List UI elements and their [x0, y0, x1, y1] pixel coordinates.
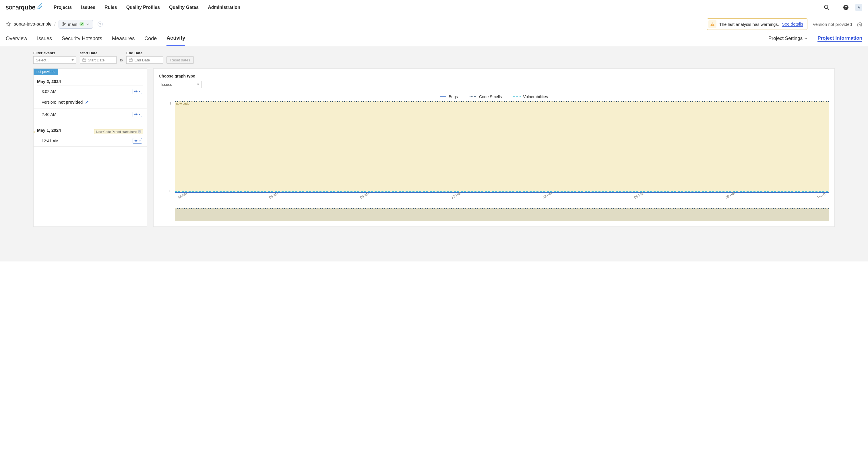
- legend-bugs: Bugs: [440, 94, 458, 99]
- version-text: Version not provided: [813, 22, 852, 27]
- legend-swatch-solid: [440, 96, 446, 97]
- activity-version-row: Version: not provided: [34, 97, 147, 109]
- filter-events-select[interactable]: Select...: [33, 56, 76, 64]
- top-nav: sonarqube Projects Issues Rules Quality …: [0, 0, 868, 15]
- svg-rect-13: [129, 59, 132, 61]
- new-code-marker: New Code Period starts here ?: [37, 132, 143, 132]
- see-details-link[interactable]: See details: [782, 22, 803, 27]
- series-vulnerabilities-line: [175, 191, 829, 192]
- series-code-smells-line: [175, 101, 829, 102]
- branch-help-icon[interactable]: ?: [98, 22, 103, 27]
- star-icon[interactable]: [6, 22, 11, 27]
- svg-point-19: [135, 140, 136, 141]
- activity-time: 2:40 AM: [42, 112, 56, 117]
- warning-icon: [708, 20, 716, 28]
- svg-text:?: ?: [845, 5, 847, 9]
- start-date-input[interactable]: Start Date: [80, 56, 117, 64]
- logo-text: sonarqube: [6, 4, 35, 11]
- tab-activity[interactable]: Activity: [166, 35, 185, 46]
- new-code-period-label: New Code Period starts here ?: [94, 129, 143, 134]
- calendar-icon: [82, 58, 86, 62]
- search-icon[interactable]: [824, 5, 830, 10]
- chart-y-axis: 1 0: [163, 101, 172, 193]
- nav-rules[interactable]: Rules: [104, 5, 117, 10]
- chart-legend: Bugs Code Smells Vulnerabilities: [159, 94, 829, 99]
- chevron-down-icon: [138, 140, 141, 141]
- logo-waves-icon: [36, 3, 42, 9]
- end-date-input[interactable]: End Date: [126, 56, 163, 64]
- calendar-icon: [129, 58, 133, 62]
- legend-bugs-label: Bugs: [448, 94, 458, 99]
- home-icon[interactable]: [857, 22, 862, 27]
- legend-vulnerabilities: Vulnerabilities: [513, 94, 548, 99]
- help-icon[interactable]: ?: [138, 130, 141, 133]
- legend-vulns-label: Vulnerabilities: [523, 94, 548, 99]
- activity-date-heading: May 2, 2024: [34, 75, 147, 86]
- project-tabs: Overview Issues Security Hotspots Measur…: [0, 30, 868, 46]
- svg-rect-9: [83, 59, 86, 61]
- end-date-label: End Date: [126, 51, 163, 55]
- project-information-link[interactable]: Project Information: [817, 35, 862, 42]
- project-name: sonar-java-sample: [14, 22, 52, 27]
- version-value: not provided: [59, 100, 83, 104]
- logo[interactable]: sonarqube: [6, 4, 42, 11]
- end-date-placeholder: End Date: [134, 58, 150, 62]
- activity-time: 3:02 AM: [42, 89, 56, 94]
- activity-entry: 2:40 AM: [34, 109, 147, 120]
- activity-time: 12:41 AM: [42, 138, 59, 143]
- entry-actions-button[interactable]: [133, 138, 142, 144]
- svg-point-4: [63, 22, 64, 24]
- nav-issues[interactable]: Issues: [81, 5, 95, 10]
- activity-entry: 12:41 AM: [34, 135, 147, 147]
- nav-quality-profiles[interactable]: Quality Profiles: [126, 5, 160, 10]
- nav-quality-gates[interactable]: Quality Gates: [169, 5, 198, 10]
- tab-measures[interactable]: Measures: [112, 36, 135, 45]
- legend-code-smells: Code Smells: [469, 94, 502, 99]
- reset-dates-button[interactable]: Reset dates: [166, 56, 194, 64]
- analysis-warning-banner: The last analysis has warnings. See deta…: [707, 19, 808, 30]
- filter-events-label: Filter events: [33, 51, 76, 55]
- content-area: Filter events Select... Start Date Start…: [0, 46, 868, 261]
- warning-text: The last analysis has warnings.: [719, 22, 779, 27]
- filters-row: Filter events Select... Start Date Start…: [0, 51, 868, 68]
- start-date-placeholder: Start Date: [88, 58, 105, 62]
- gear-icon: [134, 90, 138, 93]
- tab-security-hotspots[interactable]: Security Hotspots: [62, 36, 102, 45]
- chart-plot-area[interactable]: new code: [175, 101, 829, 193]
- legend-swatch-dotted: [469, 96, 477, 97]
- nav-projects[interactable]: Projects: [54, 5, 72, 10]
- user-avatar[interactable]: A: [856, 4, 862, 11]
- new-code-region-label: new code: [176, 102, 189, 105]
- tab-issues[interactable]: Issues: [37, 36, 52, 45]
- version-label: Version:: [42, 100, 56, 104]
- svg-point-6: [64, 23, 65, 24]
- brush-overview-line: [175, 209, 829, 209]
- gear-icon: [134, 113, 138, 116]
- svg-point-17: [135, 91, 136, 92]
- chevron-down-icon: [804, 38, 807, 39]
- svg-rect-8: [712, 25, 713, 26]
- not-provided-badge: not provided: [34, 69, 58, 75]
- graph-type-select[interactable]: Issues: [159, 81, 202, 88]
- svg-point-18: [135, 114, 136, 115]
- legend-smells-label: Code Smells: [479, 94, 502, 99]
- svg-line-1: [828, 8, 829, 10]
- help-icon[interactable]: ?: [843, 5, 848, 10]
- choose-graph-label: Choose graph type: [159, 74, 829, 78]
- y-tick: 0: [163, 189, 172, 193]
- topnav-items: Projects Issues Rules Quality Profiles Q…: [54, 5, 240, 10]
- branch-selector[interactable]: main: [59, 20, 93, 29]
- pencil-icon[interactable]: [85, 100, 89, 104]
- nav-administration[interactable]: Administration: [208, 5, 240, 10]
- to-label: to: [120, 58, 123, 64]
- chart-brush[interactable]: [175, 208, 829, 221]
- project-settings-dropdown[interactable]: Project Settings: [768, 36, 807, 41]
- project-settings-label: Project Settings: [768, 36, 803, 41]
- tab-code[interactable]: Code: [144, 36, 157, 45]
- legend-swatch-dashed: [513, 96, 521, 97]
- entry-actions-button[interactable]: [133, 112, 142, 117]
- gear-icon: [134, 139, 138, 143]
- entry-actions-button[interactable]: [133, 89, 142, 94]
- tab-overview[interactable]: Overview: [6, 36, 27, 45]
- activity-list-panel: not provided May 2, 2024 3:02 AM Version…: [33, 68, 147, 227]
